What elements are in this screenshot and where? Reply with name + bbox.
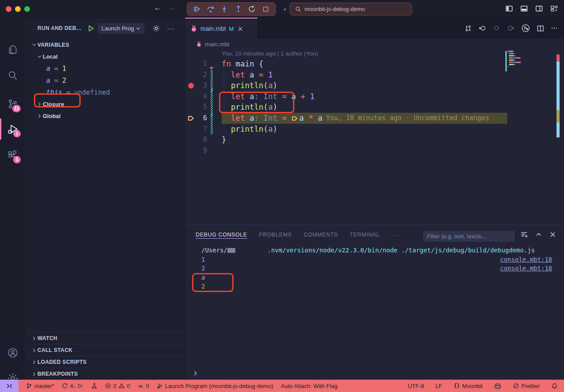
toggle-primary-sidebar-icon[interactable]: [505, 5, 513, 12]
debug-settings-gear-icon[interactable]: [152, 25, 160, 32]
clear-console-icon[interactable]: [520, 231, 528, 238]
sidebar-item-extensions[interactable]: 1: [0, 144, 25, 166]
code-line-7[interactable]: 7 println(a): [185, 124, 564, 135]
step-over-button[interactable]: [206, 5, 215, 14]
panel-tab-debug-console[interactable]: DEBUG CONSOLE: [196, 232, 247, 239]
variable-row-a[interactable]: a = 2: [25, 74, 185, 86]
toggle-secondary-sidebar-icon[interactable]: [535, 5, 543, 12]
stop-button[interactable]: [261, 5, 270, 14]
launch-config-dropdown[interactable]: Launch Prog: [97, 23, 145, 34]
variables-section-header[interactable]: VARIABLES: [25, 39, 185, 51]
chevron-right-icon: [30, 360, 37, 365]
code-line-2[interactable]: 2 let a = 1: [185, 70, 564, 81]
breadcrumb-filename: main.mbt: [205, 41, 230, 48]
copilot-icon[interactable]: [494, 383, 501, 389]
account-icon[interactable]: [0, 341, 25, 364]
line-number: 2: [185, 70, 207, 81]
open-changes-icon[interactable]: [464, 25, 472, 32]
console-filter[interactable]: [423, 231, 515, 242]
editor-more-actions-icon[interactable]: [551, 25, 558, 32]
scope-global[interactable]: Global: [25, 110, 185, 122]
code-line-9[interactable]: 9: [185, 145, 564, 156]
annotation-box-variable: [34, 93, 81, 107]
tab-main-mbt[interactable]: main.mbt M: [185, 18, 258, 39]
previous-change-icon[interactable]: [479, 24, 486, 32]
code-line-3[interactable]: 3 println(a): [185, 80, 564, 91]
panel-more-tabs-icon[interactable]: ···: [392, 232, 399, 239]
customize-layout-icon[interactable]: [550, 5, 558, 12]
code-line-6[interactable]: 6 let a: Int = a * aYou, 10 minutes ago …: [185, 113, 564, 124]
panel-tab-problems[interactable]: PROBLEMS: [259, 232, 292, 239]
ports-status[interactable]: 0: [137, 383, 149, 389]
problems-status[interactable]: 0 0: [105, 383, 130, 389]
start-debugging-button[interactable]: [87, 25, 95, 32]
debug-step-marker-icon: [292, 115, 298, 122]
code-text[interactable]: println(a): [222, 80, 277, 91]
step-into-button[interactable]: [220, 5, 229, 14]
formatter-status[interactable]: Prettier: [513, 383, 540, 389]
remote-indicator[interactable]: [0, 380, 19, 392]
change-dot-icon[interactable]: [493, 25, 500, 32]
sidebar-item-run-and-debug[interactable]: 1: [0, 118, 25, 141]
close-window-button[interactable]: [6, 6, 11, 12]
next-change-icon[interactable]: [507, 24, 515, 32]
sidebar-item-explorer[interactable]: [0, 38, 25, 61]
code-text[interactable]: println(a): [222, 124, 277, 135]
encoding-status[interactable]: UTF-8: [408, 383, 424, 389]
toolbar-dot: [284, 8, 286, 11]
notifications-bell-icon[interactable]: [551, 383, 558, 389]
maximize-window-button[interactable]: [24, 6, 30, 12]
line-number: 7: [185, 124, 207, 135]
console-input-prompt-icon[interactable]: [193, 370, 198, 376]
minimap[interactable]: [507, 50, 538, 70]
close-panel-icon[interactable]: [549, 231, 556, 238]
section-watch[interactable]: WATCH: [25, 332, 185, 344]
run-or-debug-icon[interactable]: [521, 24, 530, 33]
variable-row-a[interactable]: a = 1: [25, 63, 185, 74]
console-source-link[interactable]: console.mbt:18: [500, 255, 552, 264]
command-center[interactable]: moonbit-js-debug-demo: [289, 3, 412, 15]
code-line-8[interactable]: 8 }: [185, 134, 564, 145]
step-out-button[interactable]: [234, 5, 243, 14]
section-loaded-scripts[interactable]: LOADED SCRIPTS: [25, 356, 185, 368]
command-center-query: moonbit-js-debug-demo: [304, 6, 365, 12]
continue-button[interactable]: [193, 5, 201, 14]
scope-local[interactable]: Local: [25, 51, 185, 63]
more-actions-icon[interactable]: ···: [167, 25, 175, 32]
maximize-panel-icon[interactable]: [535, 231, 542, 238]
breadcrumb[interactable]: main.mbt: [185, 39, 564, 49]
panel-tab-comments[interactable]: COMMENTS: [304, 232, 338, 239]
split-editor-icon[interactable]: [537, 25, 544, 32]
go-back-icon[interactable]: ←: [154, 4, 161, 12]
minimize-window-button[interactable]: [15, 6, 21, 12]
auto-attach-status[interactable]: Auto Attach: With Flag: [281, 383, 338, 389]
line-number: 3: [185, 80, 207, 91]
toggle-panel-icon[interactable]: [520, 5, 528, 12]
panel-tab-terminal[interactable]: TERMINAL: [350, 232, 380, 239]
console-source-link[interactable]: console.mbt:18: [500, 264, 552, 273]
chevron-right-icon: [30, 348, 37, 353]
debug-console-output[interactable]: /Users/.nvm/versions/node/v22.3.0/bin/no…: [201, 246, 552, 291]
close-tab-icon[interactable]: [237, 26, 243, 32]
sidebar-item-search[interactable]: [0, 64, 25, 87]
editor-body[interactable]: You, 10 minutes ago | 1 author (You) 1 f…: [185, 49, 564, 225]
eol-status[interactable]: LF: [435, 383, 442, 389]
debug-toolbar: [187, 2, 276, 16]
code-text[interactable]: fn main {: [222, 59, 263, 70]
section-call-stack[interactable]: CALL STACK: [25, 344, 185, 356]
code-text[interactable]: let a: Int = a * aYou, 10 minutes ago · …: [222, 113, 507, 124]
git-branch-status[interactable]: master*: [26, 383, 54, 389]
filter-input[interactable]: [423, 233, 515, 240]
git-graph-icon[interactable]: [91, 383, 97, 389]
language-mode-status[interactable]: {} Moonbit: [453, 383, 482, 389]
status-bar: master* 4↓ 0↑ 0 0 0 Launch Program (moon…: [0, 380, 564, 392]
restart-button[interactable]: [248, 5, 256, 14]
code-text[interactable]: let a = 1: [222, 70, 273, 81]
section-breakpoints[interactable]: BREAKPOINTS: [25, 368, 185, 380]
code-text[interactable]: }: [222, 134, 226, 145]
git-sync-status[interactable]: 4↓ 0↑: [62, 383, 84, 389]
sidebar-item-source-control[interactable]: 13: [0, 92, 25, 115]
brackets-icon: {}: [453, 383, 460, 389]
debug-session-status[interactable]: Launch Program (moonbit-js-debug-demo): [157, 383, 274, 389]
go-forward-icon[interactable]: →: [168, 4, 175, 12]
